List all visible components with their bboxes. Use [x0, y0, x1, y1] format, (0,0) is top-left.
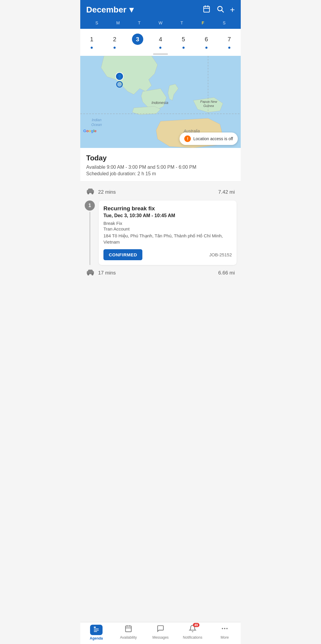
date-3-today[interactable]: 3: [126, 32, 149, 50]
svg-text:Ocean: Ocean: [91, 123, 102, 127]
job-timeline: 1: [84, 201, 95, 265]
job-section: 22 mins 7.42 mi 1 Recurring break fix Tu…: [80, 181, 241, 283]
month-label: December: [86, 5, 126, 15]
location-access-toast[interactable]: ! Location access is off: [180, 132, 238, 145]
day-W: W: [150, 19, 171, 26]
date-1[interactable]: 1: [80, 32, 103, 50]
date-5[interactable]: 5: [172, 32, 195, 50]
svg-point-24: [92, 274, 93, 275]
add-icon[interactable]: +: [230, 5, 235, 15]
app-header: December ▾ + S M T: [80, 0, 241, 29]
job-datetime: Tue, Dec 3, 10:30 AM - 10:45 AM: [103, 213, 232, 218]
dropdown-icon[interactable]: ▾: [129, 5, 133, 15]
date-6[interactable]: 6: [195, 32, 218, 50]
job-footer: CONFIRMED JOB-25152: [103, 249, 232, 260]
svg-text:Guinea: Guinea: [203, 104, 214, 108]
job-title: Recurring break fix: [103, 205, 232, 212]
car-icon: [86, 188, 95, 196]
svg-rect-0: [204, 6, 210, 12]
day-S1: S: [86, 19, 107, 26]
today-availability: Available 9:00 AM - 3:00 PM and 5:00 PM …: [86, 165, 235, 170]
warning-icon: !: [184, 135, 191, 142]
svg-point-23: [88, 274, 89, 275]
google-logo: Google: [83, 129, 97, 133]
search-icon[interactable]: [216, 5, 224, 15]
day-T2: T: [171, 19, 192, 26]
job-id: JOB-25152: [209, 252, 232, 257]
scroll-handle-bar: [153, 53, 168, 55]
calendar-icon[interactable]: [203, 5, 210, 15]
day-S2: S: [214, 19, 235, 26]
day-T1: T: [129, 19, 150, 26]
job-type: Break Fix: [103, 221, 232, 226]
next-travel-distance: 6.66 mi: [218, 270, 235, 276]
svg-point-19: [92, 193, 93, 194]
date-4[interactable]: 4: [149, 32, 172, 50]
svg-text:Papua New: Papua New: [200, 100, 218, 103]
day-M: M: [107, 19, 128, 26]
scroll-handle-area: [80, 52, 241, 56]
calendar-header: S M T W T F S: [86, 19, 235, 29]
location-pin: 👤: [115, 72, 124, 88]
calendar-dates: 1 2 3 4 5 6 7: [80, 29, 241, 52]
confirmed-button[interactable]: CONFIRMED: [103, 249, 142, 260]
travel-distance: 7.42 mi: [218, 189, 235, 195]
job-address: 184 Tô Hiệu, Phú Thạnh, Tân Phú, Thành p…: [103, 233, 232, 245]
next-car-icon: [86, 269, 95, 277]
job-card[interactable]: Recurring break fix Tue, Dec 3, 10:30 AM…: [99, 201, 237, 265]
month-selector[interactable]: December ▾: [86, 5, 133, 15]
travel-info: 22 mins 7.42 mi: [84, 186, 237, 201]
pin-circle: [116, 81, 123, 88]
map-area[interactable]: Indonesia Papua New Guinea Australia Ind…: [80, 56, 241, 148]
today-duration: Scheduled job duration: 2 h 15 m: [86, 171, 235, 176]
next-travel-time: 17 mins: [98, 270, 116, 276]
job-number-badge: 1: [85, 201, 95, 211]
pin-avatar: 👤: [115, 72, 124, 80]
next-travel-info: 17 mins 6.66 mi: [84, 265, 237, 279]
day-F: F: [192, 19, 213, 26]
svg-point-18: [88, 193, 89, 194]
svg-text:Indian: Indian: [92, 118, 102, 122]
job-timeline-line: [89, 212, 90, 265]
job-account: Tran Account: [103, 226, 232, 231]
today-title: Today: [86, 154, 235, 162]
svg-line-5: [222, 10, 224, 12]
today-section: Today Available 9:00 AM - 3:00 PM and 5:…: [80, 148, 241, 181]
location-access-label: Location access is off: [193, 136, 233, 141]
date-7[interactable]: 7: [218, 32, 241, 50]
travel-time: 22 mins: [98, 189, 116, 195]
job-row: 1 Recurring break fix Tue, Dec 3, 10:30 …: [84, 201, 237, 265]
date-2[interactable]: 2: [103, 32, 126, 50]
svg-text:Indonesia: Indonesia: [152, 100, 168, 105]
